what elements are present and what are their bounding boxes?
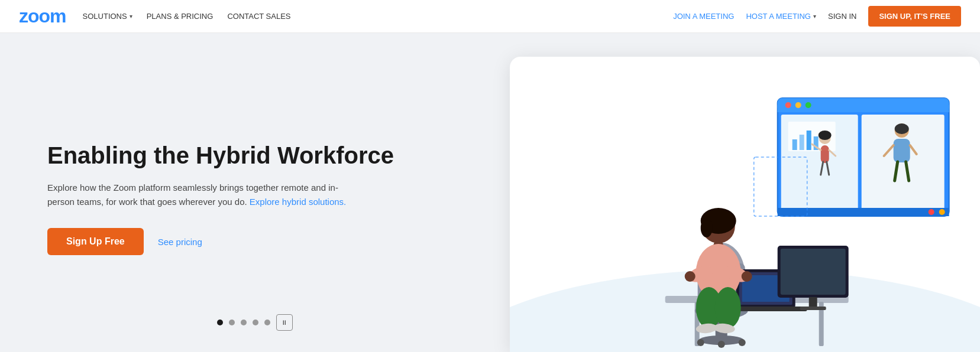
nav-links: SOLUTIONS ▾ PLANS & PRICING CONTACT SALE…: [83, 12, 291, 21]
plans-pricing-nav-link[interactable]: PLANS & PRICING: [147, 12, 214, 21]
svg-point-5: [795, 102, 801, 108]
svg-point-4: [785, 102, 791, 108]
pause-icon: ⏸: [281, 319, 287, 326]
carousel-dot-4[interactable]: [253, 320, 258, 325]
carousel-pause-button[interactable]: ⏸: [276, 314, 293, 331]
explore-hybrid-link[interactable]: Explore hybrid solutions.: [250, 197, 346, 207]
see-pricing-link[interactable]: See pricing: [158, 237, 202, 247]
carousel-dots: ⏸: [217, 314, 293, 331]
navbar: zoom SOLUTIONS ▾ PLANS & PRICING CONTACT…: [0, 0, 980, 33]
carousel-dot-3[interactable]: [241, 320, 247, 325]
hero-left: Enabling the Hybrid Workforce Explore ho…: [0, 33, 510, 352]
hero-right: [510, 33, 980, 352]
svg-rect-50: [800, 307, 826, 310]
svg-point-59: [741, 271, 752, 282]
illustration-container: [510, 69, 980, 352]
svg-point-58: [684, 271, 695, 282]
svg-point-61: [714, 287, 740, 328]
svg-point-6: [805, 102, 811, 108]
carousel-dot-2[interactable]: [229, 320, 235, 325]
carousel-dot-1[interactable]: [217, 320, 223, 325]
svg-rect-10: [792, 139, 797, 150]
hero-section: Enabling the Hybrid Workforce Explore ho…: [0, 33, 980, 352]
svg-point-30: [939, 209, 945, 215]
svg-point-42: [738, 339, 745, 346]
svg-rect-11: [799, 135, 804, 150]
contact-sales-nav-link[interactable]: CONTACT SALES: [227, 12, 290, 21]
svg-point-20: [818, 131, 831, 140]
svg-point-29: [928, 209, 934, 215]
host-meeting-chevron-icon: ▾: [813, 13, 816, 19]
hero-description: Explore how the Zoom platform seamlessly…: [47, 181, 355, 209]
svg-rect-15: [820, 145, 829, 163]
svg-point-53: [700, 219, 712, 237]
svg-point-41: [717, 341, 725, 348]
nav-right: JOIN A MEETING HOST A MEETING ▾ SIGN IN …: [673, 6, 961, 27]
solutions-chevron-icon: ▾: [130, 13, 132, 19]
join-meeting-link[interactable]: JOIN A MEETING: [673, 12, 734, 21]
hero-illustration: [510, 69, 980, 352]
svg-rect-3: [777, 105, 949, 112]
svg-rect-23: [893, 139, 910, 162]
svg-point-40: [697, 339, 704, 346]
carousel-dot-5[interactable]: [264, 320, 270, 325]
hero-actions: Sign Up Free See pricing: [47, 228, 474, 255]
solutions-nav-link[interactable]: SOLUTIONS ▾: [83, 12, 132, 21]
svg-rect-28: [777, 208, 949, 216]
svg-rect-49: [808, 297, 817, 308]
svg-rect-12: [806, 131, 811, 150]
hero-title: Enabling the Hybrid Workforce: [47, 142, 474, 169]
svg-point-22: [894, 123, 908, 134]
host-meeting-link[interactable]: HOST A MEETING ▾: [746, 12, 816, 21]
signup-free-button[interactable]: SIGN UP, IT'S FREE: [868, 6, 961, 27]
sign-in-link[interactable]: SIGN IN: [828, 12, 856, 21]
zoom-logo[interactable]: zoom: [19, 5, 66, 27]
nav-left: zoom SOLUTIONS ▾ PLANS & PRICING CONTACT…: [19, 5, 291, 27]
svg-rect-48: [780, 249, 845, 295]
sign-up-free-button[interactable]: Sign Up Free: [47, 228, 144, 255]
